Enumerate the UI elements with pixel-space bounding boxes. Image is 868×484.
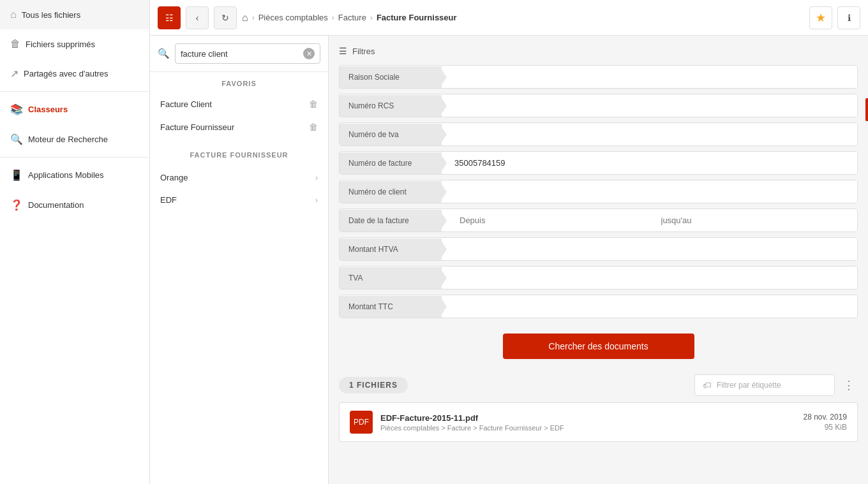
chevron-right-icon: › bbox=[315, 196, 318, 205]
delete-fav-client-icon[interactable]: 🗑 bbox=[309, 99, 318, 109]
filter-input-montant-ttc[interactable] bbox=[442, 295, 857, 318]
filter-date-wrap-date-facture bbox=[442, 209, 857, 231]
filter-tag-wrap: 🏷 Filtrer par étiquette ⋮ bbox=[694, 374, 858, 396]
breadcrumb: ⌂ › Pièces comptables › Facture › Factur… bbox=[242, 12, 804, 24]
filter-input-numero-facture[interactable] bbox=[442, 152, 857, 174]
delete-fav-fournisseur-icon[interactable]: 🗑 bbox=[309, 122, 318, 132]
home-icon: ⌂ bbox=[10, 9, 17, 20]
search-input[interactable] bbox=[181, 49, 303, 59]
share-icon: ↗ bbox=[10, 68, 19, 80]
search-documents-button[interactable]: Chercher des documents bbox=[503, 334, 694, 359]
file-meta: 28 nov. 2019 95 KiB bbox=[803, 413, 847, 432]
favorites-section-title: FAVORIS bbox=[150, 72, 328, 92]
classeur-label: Orange bbox=[160, 173, 188, 182]
breadcrumb-facture-fournisseur[interactable]: Facture Fournisseur bbox=[377, 13, 457, 22]
filter-input-numero-client[interactable] bbox=[442, 180, 857, 203]
filter-input-numero-tva[interactable] bbox=[442, 123, 857, 145]
sidebar-item-applications-mobiles[interactable]: 📱 Applications Mobiles bbox=[0, 160, 149, 190]
file-path: Pièces comptables > Facture > Facture Fo… bbox=[380, 424, 795, 432]
filter-tag-input[interactable]: 🏷 Filtrer par étiquette bbox=[694, 374, 835, 396]
filter-label-raison-sociale: Raison Sociale bbox=[340, 66, 442, 88]
search-input-wrap: ✕ bbox=[175, 43, 320, 64]
sep-2: › bbox=[332, 13, 334, 22]
filter-row-numero-facture: Numéro de facture bbox=[339, 151, 858, 175]
clear-icon: ✕ bbox=[306, 50, 312, 58]
fav-label: Facture Fournisseur bbox=[160, 122, 234, 132]
filter-row-raison-sociale: Raison Sociale bbox=[339, 65, 858, 89]
filter-row-numero-tva: Numéro de tva bbox=[339, 122, 858, 146]
sep-3: › bbox=[370, 13, 373, 22]
filter-rows: Raison SocialeNuméro RCSNuméro de tvaNum… bbox=[339, 65, 858, 323]
file-size: 95 KiB bbox=[803, 423, 847, 432]
file-name: EDF-Facture-2015-11.pdf bbox=[380, 413, 795, 423]
refresh-button[interactable]: ↻ bbox=[214, 6, 237, 29]
filter-input-tva[interactable] bbox=[442, 267, 857, 289]
filter-label-numero-tva: Numéro de tva bbox=[340, 124, 442, 145]
back-icon: ‹ bbox=[196, 13, 199, 23]
grid-icon: ☷ bbox=[165, 13, 174, 23]
filter-icon: ☰ bbox=[339, 46, 347, 56]
trash-icon: 🗑 bbox=[10, 38, 20, 50]
filter-row-numero-client: Numéro de client bbox=[339, 180, 858, 203]
classeur-item-orange[interactable]: Orange › bbox=[150, 166, 328, 189]
clear-search-button[interactable]: ✕ bbox=[303, 48, 315, 59]
files-header: 1 FICHIERS 🏷 Filtrer par étiquette ⋮ bbox=[339, 374, 858, 396]
filter-label-numero-client: Numéro de client bbox=[340, 181, 442, 203]
home-breadcrumb-icon[interactable]: ⌂ bbox=[242, 12, 248, 24]
fav-item-facture-fournisseur[interactable]: Facture Fournisseur 🗑 bbox=[150, 115, 328, 138]
filter-date-from-date-facture[interactable] bbox=[454, 209, 656, 231]
sidebar-item-classeurs[interactable]: 📚 Classeurs bbox=[0, 94, 149, 124]
classeur-label: EDF bbox=[160, 195, 177, 205]
divider-1 bbox=[0, 91, 149, 92]
sidebar-item-tous-fichiers[interactable]: ⌂ Tous les fichiers bbox=[0, 0, 149, 29]
filter-input-numero-rcs[interactable] bbox=[442, 94, 857, 117]
breadcrumb-facture[interactable]: Facture bbox=[338, 13, 366, 22]
filter-row-tva: TVA bbox=[339, 266, 858, 290]
star-button[interactable]: ★ bbox=[809, 6, 832, 29]
sidebar: ⌂ Tous les fichiers 🗑 Fichiers supprimés… bbox=[0, 0, 150, 484]
filters-title: Filtres bbox=[352, 47, 375, 56]
right-panel: ☰ Filtres Raison SocialeNuméro RCSNuméro… bbox=[329, 36, 868, 484]
fav-item-facture-client[interactable]: Facture Client 🗑 bbox=[150, 92, 328, 115]
topbar: ☷ ‹ ↻ ⌂ › Pièces comptables › Facture › … bbox=[150, 0, 868, 36]
filter-label-numero-rcs: Numéro RCS bbox=[340, 95, 442, 117]
back-button[interactable]: ‹ bbox=[186, 6, 209, 29]
help-icon: ❓ bbox=[10, 199, 23, 211]
filter-tag-placeholder: Filtrer par étiquette bbox=[717, 381, 781, 390]
sidebar-item-partages[interactable]: ↗ Partagés avec d'autres bbox=[0, 59, 149, 89]
filter-row-montant-htva: Montant HTVA bbox=[339, 237, 858, 261]
grid-view-button[interactable]: ☷ bbox=[158, 6, 181, 29]
filter-row-numero-rcs: Numéro RCS bbox=[339, 94, 858, 117]
classeur-section: Orange › EDF › bbox=[150, 166, 328, 211]
filter-label-date-facture: Date de la facture bbox=[340, 210, 442, 231]
chevron-right-icon: › bbox=[315, 173, 318, 182]
main-area: ☷ ‹ ↻ ⌂ › Pièces comptables › Facture › … bbox=[150, 0, 868, 484]
mobile-icon: 📱 bbox=[10, 169, 23, 181]
divider-2 bbox=[0, 157, 149, 158]
search-icon: 🔍 bbox=[10, 133, 23, 145]
search-bar: 🔍 ✕ bbox=[150, 36, 328, 72]
left-panel: 🔍 ✕ FAVORIS Facture Client 🗑 Facture Fou… bbox=[150, 36, 329, 484]
sep-1: › bbox=[252, 13, 255, 22]
info-button[interactable]: ℹ bbox=[837, 6, 860, 29]
filter-row-montant-ttc: Montant TTC bbox=[339, 295, 858, 318]
filter-label-numero-facture: Numéro de facture bbox=[340, 152, 442, 174]
classeur-item-edf[interactable]: EDF › bbox=[150, 189, 328, 211]
refresh-icon: ↻ bbox=[221, 13, 229, 23]
breadcrumb-pieces[interactable]: Pièces comptables bbox=[258, 13, 328, 22]
classeurs-icon: 📚 bbox=[10, 103, 23, 115]
sidebar-item-documentation[interactable]: ❓ Documentation bbox=[0, 190, 149, 220]
file-info: EDF-Facture-2015-11.pdf Pièces comptable… bbox=[380, 413, 795, 432]
star-icon: ★ bbox=[816, 11, 826, 25]
info-icon: ℹ bbox=[848, 13, 851, 23]
filter-input-raison-sociale[interactable] bbox=[442, 66, 857, 88]
filter-input-montant-htva[interactable] bbox=[442, 238, 857, 260]
sidebar-item-fichiers-supprimes[interactable]: 🗑 Fichiers supprimés bbox=[0, 29, 149, 59]
filter-row-date-facture: Date de la facture bbox=[339, 209, 858, 232]
content-area: 🔍 ✕ FAVORIS Facture Client 🗑 Facture Fou… bbox=[150, 36, 868, 484]
more-options-button[interactable]: ⋮ bbox=[840, 376, 858, 394]
filter-date-to-date-facture[interactable] bbox=[656, 209, 858, 231]
sidebar-item-moteur-recherche[interactable]: 🔍 Moteur de Recherche bbox=[0, 124, 149, 154]
search-bar-icon: 🔍 bbox=[158, 48, 170, 59]
file-item[interactable]: PDF EDF-Facture-2015-11.pdf Pièces compt… bbox=[339, 402, 858, 442]
